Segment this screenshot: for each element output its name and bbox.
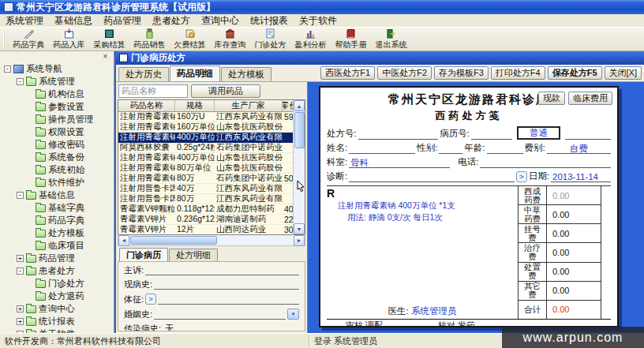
tree-item-system-mgmt[interactable]: -系统管理 (0, 75, 114, 88)
diagnosis-more-button[interactable]: > (516, 171, 527, 182)
horizontal-scrollbar[interactable]: ◄ ► (118, 235, 305, 246)
name-input[interactable] (349, 143, 415, 154)
col-header-drug-name[interactable]: 药品名称 (118, 100, 175, 111)
marital-history-input[interactable] (154, 309, 286, 320)
title-bar[interactable]: 常州天宁区龙游路君科诊所管理系统【试用版】 (0, 0, 644, 14)
record-no-input[interactable] (471, 129, 512, 140)
tree-item-system-init[interactable]: 系统初始 (0, 163, 114, 176)
collapse-icon[interactable]: - (4, 65, 11, 73)
menu-statistics[interactable]: 统计报表 (245, 14, 294, 27)
expand-icon[interactable]: + (17, 318, 24, 325)
toolbar-stock-query-button[interactable]: 库存查询 (210, 28, 250, 51)
save-as-template-f3-button[interactable]: 存为模板F3 (434, 66, 489, 80)
child-window-title-bar[interactable]: 门诊病历处方 (116, 51, 644, 65)
tree-item-root[interactable]: -系统导航 (0, 62, 114, 75)
scroll-down-icon[interactable]: ▼ (294, 223, 305, 234)
marital-dropdown-icon[interactable]: ▼ (287, 309, 299, 320)
tree-item-change-password[interactable]: 修改密码 (0, 138, 114, 151)
signs-more-button[interactable]: > (145, 294, 156, 305)
tree-item-about[interactable]: +关于软件 (0, 327, 114, 333)
tree-item-param-settings[interactable]: 参数设置 (0, 100, 114, 113)
rx-usage-line[interactable]: 用法: 静滴 0支/次 每日1次 (347, 212, 518, 223)
menu-drug-mgmt[interactable]: 药品管理 (98, 14, 147, 27)
signs-input[interactable] (158, 294, 299, 305)
tree-item-basic-dict[interactable]: 基础字典 (0, 201, 114, 214)
rx-area[interactable]: R 注射用青霉素钠 400万单位 *1支 用法: 静滴 0支/次 每日1次 医生… (327, 186, 518, 319)
toolbar-profit-analysis-button[interactable]: 盈利分析 (290, 28, 331, 51)
save-rx-f5-button[interactable]: 保存处方F5 (548, 66, 602, 80)
present-illness-input[interactable] (154, 279, 299, 290)
tree-item-permission[interactable]: 权限设置 (0, 125, 114, 138)
expand-icon[interactable]: + (17, 331, 24, 334)
toolbar-outpatient-rx-button[interactable]: 门诊处方 (250, 28, 290, 51)
fee-value[interactable]: 0.00 (547, 224, 601, 242)
horizontal-scroll-thumb[interactable] (130, 236, 217, 245)
collapse-icon[interactable]: - (17, 192, 24, 199)
toolbar-drug-sale-button[interactable]: 药品销售 (129, 28, 170, 51)
print-rx-f4-button[interactable]: 打印处方F4 (491, 66, 545, 80)
fee-type-value[interactable]: 自费 (547, 143, 611, 154)
tree-item-drug-dict[interactable]: 药品字典 (0, 214, 114, 226)
tree-item-drug-mgmt[interactable]: +药品管理 (0, 252, 114, 264)
tree-item-clinical-items[interactable]: 临床项目 (0, 239, 114, 252)
tree-item-outpatient-rx[interactable]: 门诊处方 (0, 277, 114, 290)
diagnosis-input[interactable] (349, 171, 515, 182)
western-rx-f1-button[interactable]: 西医处方F1 (320, 66, 375, 80)
tab-drug-detail[interactable]: 药品明细 (170, 65, 220, 81)
gender-input[interactable] (439, 143, 462, 154)
fee-value[interactable]: 0.00 (547, 186, 601, 204)
tree-item-org-info[interactable]: 机构信息 (0, 88, 114, 100)
fee-value[interactable]: 0.00 (547, 263, 601, 281)
menu-basic-info[interactable]: 基础信息 (49, 14, 98, 27)
phone-input[interactable] (480, 157, 611, 168)
scroll-up-icon[interactable]: ▲ (294, 100, 305, 111)
tab-rx-template[interactable]: 处方模板 (221, 67, 271, 81)
cash-button[interactable]: 现款 (538, 92, 565, 105)
table-row[interactable]: 青霉素V钾片12片山西同达药业30. (118, 225, 293, 234)
panel-close-icon[interactable]: × (101, 52, 110, 61)
col-header-manufacturer[interactable]: 生产厂家 (215, 100, 283, 111)
tree-item-software-maintain[interactable]: 软件维护 (0, 176, 114, 189)
menu-system[interactable]: 系统管理 (0, 14, 49, 27)
expand-icon[interactable]: + (17, 305, 24, 312)
rx-type-button[interactable]: 普通 (517, 126, 560, 140)
scroll-left-icon[interactable]: ◄ (118, 235, 129, 246)
toolbar-exit-button[interactable]: 退出系统 (371, 28, 411, 51)
dept-value[interactable]: 骨科 (349, 157, 450, 168)
fee-value[interactable]: 0.00 (547, 282, 601, 300)
menu-patient-rx[interactable]: 患者处方 (147, 14, 196, 27)
infectious-history-input[interactable]: 无 (163, 324, 299, 331)
toolbar-help-manual-button[interactable]: 帮助手册 (331, 28, 371, 51)
fee-value[interactable]: 0.00 (547, 205, 601, 223)
date-value[interactable]: 2013-11-14 (551, 171, 611, 182)
collapse-icon[interactable]: - (17, 78, 24, 85)
tree-item-query-center[interactable]: +查询中心 (0, 302, 114, 315)
tab-rx-history[interactable]: 处方历史 (118, 67, 169, 81)
tree-item-statistics[interactable]: +统计报表 (0, 315, 114, 327)
menu-about[interactable]: 关于软件 (294, 14, 343, 27)
chief-complaint-input[interactable] (145, 265, 299, 275)
tree-item-rx-return[interactable]: 处方退药 (0, 290, 114, 302)
drug-name-input[interactable] (118, 84, 188, 98)
expand-icon[interactable]: + (17, 255, 24, 262)
tree-item-operator-mgmt[interactable]: 操作员管理 (0, 113, 114, 125)
rx-drug-line[interactable]: 注射用青霉素钠 400万单位 *1支 (338, 200, 518, 211)
col-header-price[interactable]: 零价 (283, 100, 293, 111)
collapse-icon[interactable]: - (17, 268, 24, 275)
tree-item-rx-template[interactable]: 处方模板 (0, 226, 114, 239)
vertical-scrollbar[interactable]: ▲ ▼ (293, 100, 305, 234)
toolbar-purchase-settle-button[interactable]: 采购结算 (89, 28, 129, 51)
age-input[interactable] (487, 143, 523, 154)
call-drug-button[interactable]: 调用药品 (191, 84, 260, 98)
clinical-fee-button[interactable]: 临床费用 (568, 92, 612, 105)
scroll-right-icon[interactable]: ► (294, 235, 305, 246)
toolbar-arrears-settle-button[interactable]: 欠费结算 (170, 28, 210, 51)
menu-query-center[interactable]: 查询中心 (196, 14, 245, 27)
fee-value[interactable]: 0.00 (547, 243, 601, 261)
tree-item-patient-rx[interactable]: -患者处方 (0, 264, 114, 277)
tab-outpatient-record[interactable]: 门诊病历 (119, 248, 168, 261)
tree-item-system-backup[interactable]: 系统备份 (0, 151, 114, 163)
tree-item-basic-info[interactable]: -基础信息 (0, 189, 114, 201)
rx-no-input[interactable] (358, 129, 439, 140)
toolbar-drug-inbound-button[interactable]: 药品入库 (49, 28, 89, 51)
